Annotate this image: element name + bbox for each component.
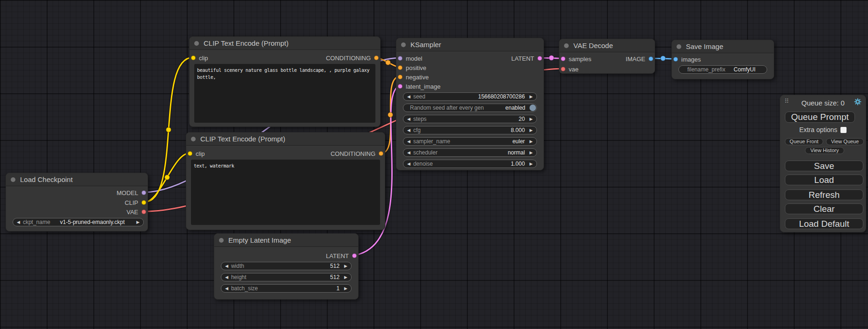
clear-button[interactable]: Clear <box>785 203 863 214</box>
image-slot-dot[interactable] <box>649 56 653 61</box>
refresh-button[interactable]: Refresh <box>785 189 863 200</box>
collapse-dot-icon[interactable] <box>219 238 224 243</box>
input-slot-model[interactable]: model <box>398 54 422 63</box>
seed-widget[interactable]: ◀ seed 156680208700286 ▶ <box>403 92 537 101</box>
collapse-dot-icon[interactable] <box>191 137 196 141</box>
input-slot-clip[interactable]: clip <box>191 53 208 63</box>
output-slot-conditioning[interactable]: CONDITIONING <box>331 149 383 158</box>
input-slot-samples[interactable]: samples <box>561 54 591 63</box>
collapse-dot-icon[interactable] <box>11 177 15 182</box>
increment-arrow-icon[interactable]: ▶ <box>529 93 533 100</box>
height-widget[interactable]: ◀ height 512 ▶ <box>221 273 352 281</box>
image-slot-dot[interactable] <box>673 57 678 62</box>
increment-arrow-icon[interactable]: ▶ <box>344 273 347 281</box>
node-clip-text-encode-negative[interactable]: CLIP Text Encode (Prompt) clip CONDITION… <box>186 132 385 230</box>
increment-arrow-icon[interactable]: ▶ <box>529 126 533 134</box>
model-slot-dot[interactable] <box>398 56 402 61</box>
increment-arrow-icon[interactable]: ▶ <box>344 285 347 292</box>
conditioning-slot-dot[interactable] <box>398 75 402 79</box>
node-clip-text-encode-positive[interactable]: CLIP Text Encode (Prompt) clip CONDITION… <box>189 36 381 127</box>
steps-widget[interactable]: ◀ steps 20 ▶ <box>403 115 537 123</box>
latent-slot-dot[interactable] <box>537 56 542 61</box>
input-slot-clip[interactable]: clip <box>188 149 205 158</box>
node-title-bar[interactable]: CLIP Text Encode (Prompt) <box>190 37 380 50</box>
output-slot-image[interactable]: IMAGE <box>626 54 653 63</box>
input-slot-negative[interactable]: negative <box>398 72 429 82</box>
output-slot-conditioning[interactable]: CONDITIONING <box>326 53 379 63</box>
node-vae-decode[interactable]: VAE Decode samples vae IMAGE <box>559 39 655 74</box>
input-slot-images[interactable]: images <box>673 55 701 64</box>
input-slot-vae[interactable]: vae <box>561 64 579 74</box>
latent-slot-dot[interactable] <box>352 253 357 258</box>
node-load-checkpoint[interactable]: Load Checkpoint MODEL CLIP VAE ◀ ckpt_na… <box>6 173 148 231</box>
latent-slot-dot[interactable] <box>561 56 565 61</box>
collapse-dot-icon[interactable] <box>401 42 406 47</box>
node-save-image[interactable]: Save Image images filename_prefix ComfyU… <box>671 40 774 79</box>
node-title-bar[interactable]: Load Checkpoint <box>6 173 148 186</box>
sampler-name-widget[interactable]: ◀ sampler_name euler ▶ <box>403 137 537 146</box>
vae-slot-dot[interactable] <box>561 67 565 71</box>
latent-slot-dot[interactable] <box>398 84 402 89</box>
output-slot-clip[interactable]: CLIP <box>125 198 146 207</box>
load-default-button[interactable]: Load Default <box>785 218 863 229</box>
conditioning-slot-dot[interactable] <box>398 65 402 70</box>
negative-prompt-textarea[interactable]: text, watermark <box>191 160 380 225</box>
positive-prompt-textarea[interactable]: beautiful scenery nature glass bottle la… <box>194 64 375 123</box>
decrement-arrow-icon[interactable]: ◀ <box>407 93 410 100</box>
output-slot-vae[interactable]: VAE <box>127 207 146 217</box>
vae-slot-dot[interactable] <box>141 210 146 214</box>
extra-options-checkbox[interactable] <box>840 127 847 133</box>
decrement-arrow-icon[interactable]: ◀ <box>225 262 228 270</box>
random-seed-toggle-widget[interactable]: Random seed after every gen enabled <box>403 104 537 112</box>
decrement-arrow-icon[interactable]: ◀ <box>17 218 20 226</box>
output-slot-latent[interactable]: LATENT <box>326 251 357 260</box>
node-title-bar[interactable]: KSampler <box>396 38 543 51</box>
view-history-button[interactable]: View History <box>805 147 844 154</box>
decrement-arrow-icon[interactable]: ◀ <box>407 126 410 134</box>
output-slot-model[interactable]: MODEL <box>117 188 146 197</box>
width-widget[interactable]: ◀ width 512 ▶ <box>221 262 352 270</box>
queue-prompt-button[interactable]: Queue Prompt <box>785 112 855 123</box>
collapse-dot-icon[interactable] <box>194 41 199 46</box>
conditioning-slot-dot[interactable] <box>379 151 383 156</box>
input-slot-latent-image[interactable]: latent_image <box>398 82 440 91</box>
scheduler-widget[interactable]: ◀ scheduler normal ▶ <box>403 148 537 157</box>
settings-gear-icon[interactable] <box>854 98 862 106</box>
queue-front-button[interactable]: Queue Front <box>785 138 823 145</box>
collapse-dot-icon[interactable] <box>677 44 681 49</box>
decrement-arrow-icon[interactable]: ◀ <box>225 285 228 292</box>
node-title-bar[interactable]: Empty Latent Image <box>214 234 358 247</box>
increment-arrow-icon[interactable]: ▶ <box>529 149 533 156</box>
model-slot-dot[interactable] <box>141 190 146 195</box>
input-slot-positive[interactable]: positive <box>398 63 426 72</box>
increment-arrow-icon[interactable]: ▶ <box>529 115 533 123</box>
increment-arrow-icon[interactable]: ▶ <box>344 262 347 270</box>
view-queue-button[interactable]: View Queue <box>826 138 864 145</box>
clip-slot-dot[interactable] <box>191 56 196 60</box>
denoise-widget[interactable]: ◀ denoise 1.000 ▶ <box>403 160 537 168</box>
graph-canvas[interactable]: Load Checkpoint MODEL CLIP VAE ◀ ckpt_na… <box>0 0 868 329</box>
toggle-circle-icon[interactable] <box>529 105 536 111</box>
conditioning-slot-dot[interactable] <box>374 56 379 60</box>
decrement-arrow-icon[interactable]: ◀ <box>407 138 410 145</box>
clip-slot-dot[interactable] <box>188 151 192 156</box>
node-empty-latent-image[interactable]: Empty Latent Image LATENT ◀ width 512 ▶ … <box>214 233 359 300</box>
ckpt-name-widget[interactable]: ◀ ckpt_name v1-5-pruned-emaonly.ckpt ▶ <box>13 218 144 226</box>
batch-size-widget[interactable]: ◀ batch_size 1 ▶ <box>221 284 352 293</box>
cfg-widget[interactable]: ◀ cfg 8.000 ▶ <box>403 126 537 134</box>
node-title-bar[interactable]: CLIP Text Encode (Prompt) <box>186 133 385 146</box>
load-button[interactable]: Load <box>785 175 863 185</box>
increment-arrow-icon[interactable]: ▶ <box>529 160 533 168</box>
clip-slot-dot[interactable] <box>141 200 146 205</box>
decrement-arrow-icon[interactable]: ◀ <box>407 149 410 156</box>
filename-prefix-widget[interactable]: filename_prefix ComfyUI <box>678 65 767 74</box>
collapse-dot-icon[interactable] <box>564 43 569 48</box>
decrement-arrow-icon[interactable]: ◀ <box>407 115 410 123</box>
increment-arrow-icon[interactable]: ▶ <box>529 138 533 145</box>
decrement-arrow-icon[interactable]: ◀ <box>225 273 228 281</box>
node-title-bar[interactable]: VAE Decode <box>559 39 655 52</box>
output-slot-latent[interactable]: LATENT <box>511 54 542 63</box>
decrement-arrow-icon[interactable]: ◀ <box>407 160 410 168</box>
node-ksampler[interactable]: KSampler model positive negative latent_… <box>396 38 544 170</box>
node-title-bar[interactable]: Save Image <box>672 40 774 53</box>
